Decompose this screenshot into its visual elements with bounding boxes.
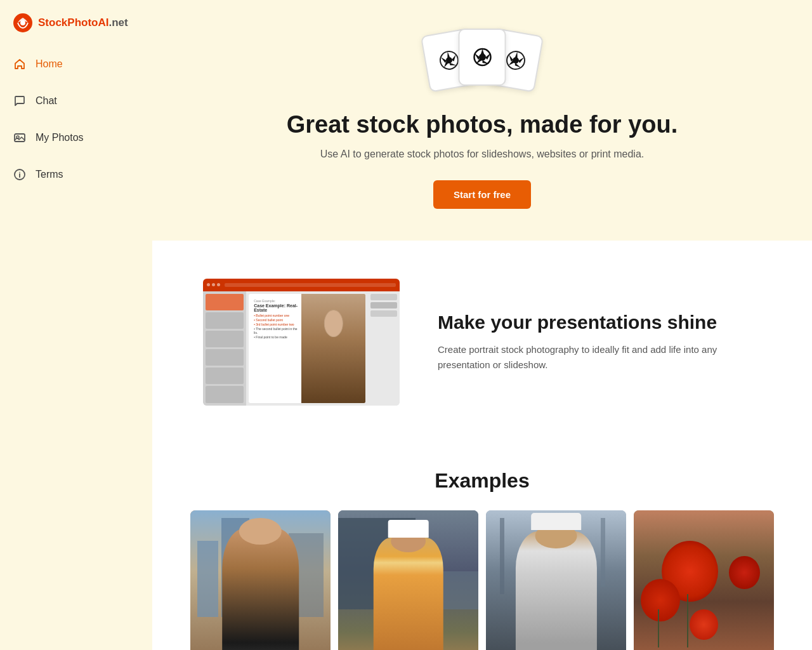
- presentation-body: Case Example: Case Example: Real-Estate …: [203, 291, 400, 406]
- logo-text: StockPhotoAI.net: [38, 17, 128, 29]
- sidebar-item-home[interactable]: Home: [0, 46, 152, 83]
- shutter-icon-center: [471, 46, 494, 69]
- logo-icon: [13, 13, 33, 33]
- slide-main: Case Example: Case Example: Real-Estate …: [249, 294, 365, 403]
- sidebar-item-home-label: Home: [36, 58, 63, 70]
- photo-2-bg: [338, 510, 478, 650]
- sidebar-item-terms[interactable]: Terms: [0, 156, 152, 193]
- sidebar: StockPhotoAI.net Home Chat My Photos: [0, 0, 152, 650]
- shutter-icon-right: [502, 47, 529, 74]
- slide-bullet-2: • Second bullet point: [254, 318, 302, 322]
- feature-title: Make your presentations shine: [438, 312, 761, 333]
- home-icon: [13, 57, 27, 71]
- info-icon: [13, 168, 27, 182]
- slide-thumb-2: [206, 312, 244, 329]
- svg-point-6: [19, 172, 20, 173]
- hard-hat-3: [531, 513, 581, 530]
- photo-1-bg: [190, 510, 331, 650]
- stem-2: [658, 609, 659, 647]
- slide-photo-area: [301, 294, 365, 403]
- person-head-photo1: [239, 518, 282, 545]
- sidebar-item-terms-label: Terms: [36, 169, 63, 180]
- toolbar-addressbar: [225, 283, 396, 287]
- chat-icon: [13, 94, 27, 108]
- example-photo-3: [486, 510, 626, 650]
- logo-area[interactable]: StockPhotoAI.net: [0, 0, 152, 46]
- slide-panel: [203, 291, 246, 406]
- person-head: [324, 310, 343, 337]
- slide-thumb-1: [206, 294, 244, 310]
- sidebar-item-chat-label: Chat: [36, 95, 57, 107]
- feature-text-area: Make your presentations shine Create por…: [438, 312, 761, 373]
- hard-hat-2: [388, 520, 428, 538]
- crane-2: [601, 518, 605, 587]
- svg-point-1: [20, 20, 25, 25]
- person-body-2: [373, 538, 443, 650]
- slide-thumb-6: [206, 386, 244, 402]
- person-gradient: [301, 294, 365, 403]
- photo-3-bg: [486, 510, 626, 650]
- slide-thumb-3: [206, 331, 244, 347]
- building-1: [197, 541, 218, 617]
- hero-icon-group: [425, 25, 539, 95]
- feature-section: Case Example: Case Example: Real-Estate …: [152, 241, 812, 444]
- slide-bullet-1: • Bullet point number one: [254, 314, 302, 317]
- slide-person-photo: [301, 294, 365, 403]
- flower-4: [690, 609, 717, 640]
- sidebar-item-chat[interactable]: Chat: [0, 83, 152, 119]
- ribbon-item-2: [370, 302, 397, 308]
- sidebar-item-myphotos[interactable]: My Photos: [0, 119, 152, 156]
- start-free-button[interactable]: Start for free: [433, 180, 531, 209]
- toolbar-dot-2: [212, 283, 215, 286]
- examples-grid: [190, 510, 774, 650]
- slide-thumb-5: [206, 368, 244, 384]
- slide-thumb-4: [206, 349, 244, 366]
- examples-title: Examples: [190, 469, 774, 493]
- person-body-1: [222, 528, 299, 650]
- example-photo-4: [634, 510, 774, 650]
- slide-ribbon-panel: [368, 291, 400, 406]
- flower-3: [729, 556, 760, 590]
- slide-text-area: Case Example: Case Example: Real-Estate …: [254, 299, 302, 339]
- person-body-3: [515, 531, 596, 650]
- feature-presentation-image: Case Example: Case Example: Real-Estate …: [203, 279, 400, 406]
- example-photo-2: [338, 510, 478, 650]
- svg-rect-2: [15, 134, 25, 142]
- hero-section: Great stock photos, made for you. Use AI…: [152, 0, 812, 241]
- slide-case-label: Case Example:: [254, 299, 302, 303]
- examples-section: Examples: [152, 444, 812, 650]
- crane-1: [500, 518, 504, 594]
- main-content: Great stock photos, made for you. Use AI…: [152, 0, 812, 650]
- slide-real-estate-title: Case Example: Real-Estate: [254, 303, 302, 312]
- flower-2: [641, 579, 680, 621]
- hero-subtitle: Use AI to generate stock photos for slid…: [320, 149, 644, 160]
- toolbar-dot-3: [217, 283, 220, 286]
- card-icon-center: [459, 29, 506, 86]
- photos-icon: [13, 131, 27, 145]
- sidebar-item-myphotos-label: My Photos: [36, 132, 84, 143]
- photo-4-bg: [634, 510, 774, 650]
- stem-1: [687, 594, 688, 647]
- toolbar-dot-1: [207, 283, 210, 286]
- slide-bullet-5: • Final point to be made: [254, 335, 302, 339]
- ribbon-item-1: [370, 294, 397, 300]
- feature-description: Create portrait stock photography to ide…: [438, 342, 761, 373]
- hero-title: Great stock photos, made for you.: [287, 110, 678, 140]
- ribbon-item-3: [370, 310, 397, 317]
- example-photo-1: [190, 510, 331, 650]
- slide-bullet-3: • 3rd bullet point number two: [254, 322, 302, 326]
- slide-bullet-4: • The second bullet point in the lis.: [254, 327, 302, 335]
- presentation-toolbar: [203, 279, 400, 291]
